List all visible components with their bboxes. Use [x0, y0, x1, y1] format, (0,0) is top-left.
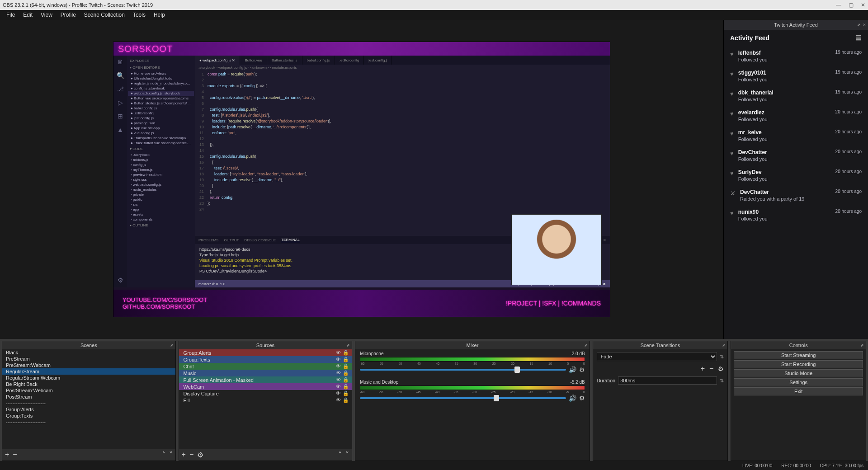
- terminal-tab[interactable]: DEBUG CONSOLE: [244, 238, 276, 242]
- minimize-button[interactable]: —: [836, 2, 841, 8]
- open-editors-header[interactable]: ▸ OPEN EDITORS: [128, 64, 194, 71]
- tree-item[interactable]: › assets: [128, 212, 194, 217]
- source-item[interactable]: Group:Texts 👁🔒: [179, 356, 352, 363]
- feed-item[interactable]: ♥ leffenbsf Followed you 19 hours ago: [724, 46, 868, 66]
- move-up-button[interactable]: ˄: [338, 451, 342, 459]
- tree-item[interactable]: › public: [128, 197, 194, 202]
- tree-item[interactable]: › config.js: [128, 162, 194, 167]
- editor-tab[interactable]: babel.config.js: [302, 56, 335, 65]
- editor-item[interactable]: ● .editorconfig: [128, 111, 194, 116]
- tree-item[interactable]: › node_modules: [128, 187, 194, 192]
- lock-icon[interactable]: 🔒: [343, 350, 349, 356]
- lock-icon[interactable]: 🔒: [343, 363, 349, 369]
- editor-tab[interactable]: jest.config.j: [364, 56, 392, 65]
- files-icon[interactable]: 🗎: [117, 58, 123, 66]
- outline-header[interactable]: ▸ OUTLINE: [128, 222, 194, 229]
- editor-item[interactable]: ● jest.config.js: [128, 116, 194, 121]
- tree-item[interactable]: › private: [128, 192, 194, 197]
- feed-item[interactable]: ♥ DevChatter Followed you 20 hours ago: [724, 146, 868, 165]
- popout-icon[interactable]: ⬈: [170, 343, 174, 348]
- add-transition-button[interactable]: +: [701, 365, 705, 373]
- popout-icon[interactable]: ⬈: [346, 343, 350, 348]
- popout-icon[interactable]: ⬈: [722, 343, 726, 348]
- add-scene-button[interactable]: +: [5, 451, 9, 459]
- move-down-button[interactable]: ˅: [345, 451, 349, 459]
- menu-profile[interactable]: Profile: [57, 11, 80, 19]
- maximize-button[interactable]: ▢: [849, 2, 854, 8]
- feed-item[interactable]: ♥ nunix90 Followed you 20 hours ago: [724, 205, 868, 225]
- code-editor[interactable]: 1const path = require('path');23module.e…: [195, 70, 610, 236]
- scene-item[interactable]: RegularStream:Webcam: [2, 375, 175, 381]
- scene-item[interactable]: Group:Texts: [2, 413, 175, 419]
- settings-icon[interactable]: ⚙: [118, 277, 123, 284]
- popout-icon[interactable]: ⬈: [860, 343, 864, 348]
- lock-icon[interactable]: 🔒: [343, 357, 349, 362]
- menu-help[interactable]: Help: [150, 11, 169, 19]
- feed-item[interactable]: ♥ stiggy0101 Followed you 19 hours ago: [724, 66, 868, 86]
- search-icon[interactable]: 🔍: [117, 72, 124, 79]
- menu-file[interactable]: File: [3, 11, 19, 19]
- remove-source-button[interactable]: −: [189, 451, 193, 459]
- volume-slider[interactable]: [360, 369, 566, 371]
- popout-icon[interactable]: ⬈: [857, 23, 861, 27]
- git-icon[interactable]: ⎇: [117, 85, 124, 93]
- editor-tab[interactable]: .editorconfig: [335, 56, 364, 65]
- source-item[interactable]: WebCam 👁🔒: [179, 383, 352, 390]
- editor-item[interactable]: ● webpack.config.js .storybook: [128, 91, 194, 96]
- visibility-icon[interactable]: 👁: [336, 390, 341, 396]
- transition-properties-button[interactable]: ⚙: [718, 365, 724, 372]
- menu-view[interactable]: View: [37, 11, 56, 19]
- feed-item[interactable]: ♥ dbk_thanerial Followed you 19 hours ag…: [724, 86, 868, 106]
- close-button[interactable]: ✕: [861, 2, 865, 8]
- editor-tab[interactable]: ● webpack.config.js ✕: [195, 56, 240, 65]
- visibility-icon[interactable]: 👁: [336, 384, 341, 390]
- visibility-icon[interactable]: 👁: [336, 370, 341, 376]
- lock-icon[interactable]: 🔒: [343, 370, 349, 376]
- scene-item[interactable]: Group:Alerts: [2, 406, 175, 413]
- remove-transition-button[interactable]: −: [709, 365, 713, 373]
- lock-icon[interactable]: 🔒: [343, 384, 349, 390]
- editor-item[interactable]: ● config.js .storybook: [128, 86, 194, 91]
- popout-icon[interactable]: ⬈: [584, 343, 588, 348]
- transition-stepper-icon[interactable]: ⇅: [720, 354, 724, 360]
- move-down-button[interactable]: ˅: [169, 451, 173, 459]
- breadcrumb[interactable]: .storybook › webpack.config.js › <unknow…: [195, 65, 610, 70]
- lock-icon[interactable]: 🔒: [343, 397, 349, 403]
- terminal-tab[interactable]: TERMINAL: [281, 238, 299, 242]
- editor-item[interactable]: ● UltraviolentJunglist.todo: [128, 76, 194, 81]
- scene-item[interactable]: ------------------------: [2, 419, 175, 425]
- scene-item[interactable]: Black: [2, 349, 175, 356]
- editor-item[interactable]: ● Button.vue src\components\atoms: [128, 96, 194, 101]
- visibility-icon[interactable]: 👁: [336, 357, 341, 362]
- feed-item[interactable]: ♥ evelardiez Followed you 20 hours ago: [724, 106, 868, 126]
- move-up-button[interactable]: ˄: [162, 451, 165, 459]
- extensions-icon[interactable]: ⊞: [118, 113, 123, 120]
- terminal-tab[interactable]: PROBLEMS: [198, 238, 218, 242]
- debug-icon[interactable]: ▷: [118, 99, 123, 106]
- visibility-icon[interactable]: 👁: [336, 350, 341, 356]
- studio-mode-button[interactable]: Studio Mode: [734, 369, 863, 377]
- channel-settings-icon[interactable]: ⚙: [579, 366, 585, 373]
- scene-item[interactable]: PostStream: [2, 394, 175, 400]
- editor-item[interactable]: ● Button.stories.js src\components\atoms: [128, 101, 194, 106]
- program-preview[interactable]: SORSKOOT 🗎 🔍 ⎇ ▷ ⊞ ▲ ⚙ EXPLORER ▸ OPEN E…: [113, 42, 610, 317]
- tree-item[interactable]: › style.css: [128, 177, 194, 182]
- close-icon[interactable]: ✕: [863, 23, 866, 27]
- editor-item[interactable]: ● TransportButtons.vue src\components\or…: [128, 136, 194, 141]
- source-item[interactable]: Full Screen Animation - Masked 👁🔒: [179, 376, 352, 383]
- feed-item[interactable]: ♥ SurlyDev Followed you 20 hours ago: [724, 165, 868, 185]
- tree-item[interactable]: › components: [128, 217, 194, 222]
- editor-tab[interactable]: Button.vue: [240, 56, 267, 65]
- source-properties-button[interactable]: ⚙: [197, 451, 203, 459]
- visibility-icon[interactable]: 👁: [336, 363, 341, 369]
- scene-item[interactable]: ------------------------: [2, 400, 175, 406]
- settings-button[interactable]: Settings: [734, 378, 863, 386]
- other-icon[interactable]: ▲: [117, 126, 123, 133]
- scene-item[interactable]: PreStream:Webcam: [2, 362, 175, 368]
- channel-settings-icon[interactable]: ⚙: [579, 395, 585, 402]
- tree-item[interactable]: › .storybook: [128, 152, 194, 157]
- volume-slider[interactable]: [360, 397, 566, 399]
- tree-item[interactable]: › webpack.config.js: [128, 182, 194, 187]
- editor-item[interactable]: ● register.js node_modules\storycore-add…: [128, 81, 194, 86]
- editor-item[interactable]: ● TrackButton.vue src\components\atoms: [128, 141, 194, 146]
